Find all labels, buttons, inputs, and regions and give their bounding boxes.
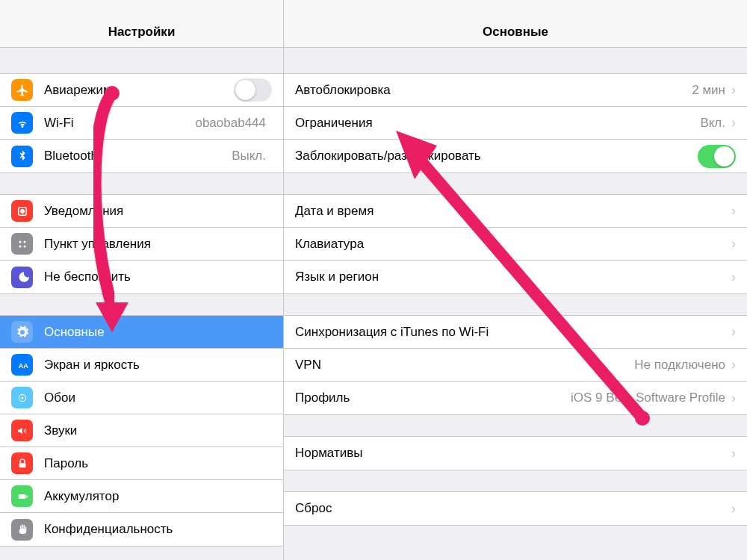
- row-itunes-sync[interactable]: Синхронизация с iTunes по Wi-Fi ›: [284, 316, 747, 349]
- sidebar-group: Уведомления Пункт управления Не беспокои…: [0, 194, 283, 294]
- sidebar-item-general[interactable]: Основные: [0, 316, 283, 349]
- sidebar-group: Основные AA Экран и яркость Обои Звуки П…: [0, 315, 283, 547]
- sidebar-item-control-center[interactable]: Пункт управления: [0, 228, 283, 261]
- row-label: Bluetooth: [44, 149, 232, 164]
- control-center-icon: [11, 233, 33, 255]
- sidebar-item-sounds[interactable]: Звуки: [0, 414, 283, 447]
- row-label: Основные: [44, 325, 272, 340]
- row-autolock[interactable]: Автоблокировка 2 мин ›: [284, 74, 747, 107]
- gear-icon: [11, 321, 33, 343]
- row-label: Не беспокоить: [44, 270, 272, 284]
- row-label: Звуки: [44, 423, 272, 438]
- row-label: Ограничения: [295, 116, 700, 131]
- sidebar-item-airplane[interactable]: Авиарежим: [0, 74, 283, 107]
- sidebar-item-display[interactable]: AA Экран и яркость: [0, 349, 283, 382]
- row-label: Язык и регион: [295, 270, 731, 284]
- detail-group: Автоблокировка 2 мин › Ограничения Вкл. …: [284, 73, 747, 173]
- svg-text:AA: AA: [18, 361, 28, 369]
- row-label: Нормативы: [295, 446, 731, 461]
- svg-point-2: [20, 209, 24, 213]
- sidebar: Настройки Авиарежим Wi-Fi obaobab444 Blu…: [0, 0, 284, 560]
- row-label: Профиль: [295, 391, 571, 405]
- svg-rect-10: [19, 463, 25, 467]
- row-label: Клавиатура: [295, 237, 731, 252]
- row-label: VPN: [295, 358, 634, 373]
- chevron-right-icon: ›: [731, 446, 736, 461]
- row-value: Вкл.: [700, 116, 725, 131]
- sidebar-title: Настройки: [108, 25, 176, 40]
- airplane-icon: [11, 79, 33, 101]
- detail-content[interactable]: Автоблокировка 2 мин › Ограничения Вкл. …: [284, 48, 747, 560]
- sidebar-item-battery[interactable]: Аккумулятор: [0, 480, 283, 513]
- sidebar-item-passcode[interactable]: Пароль: [0, 447, 283, 480]
- chevron-right-icon: ›: [731, 270, 736, 285]
- detail-navbar: Основные: [284, 0, 747, 48]
- dnd-icon: [11, 267, 33, 288]
- wifi-icon: [11, 112, 33, 134]
- row-label: Пароль: [44, 456, 272, 471]
- lock-icon: [11, 452, 33, 474]
- row-label: Wi-Fi: [44, 116, 195, 131]
- row-profile[interactable]: Профиль iOS 9 Beta Software Profile ›: [284, 382, 747, 414]
- wallpaper-icon: [11, 387, 33, 408]
- lockunlock-toggle[interactable]: [698, 145, 736, 168]
- row-label: Обои: [44, 391, 272, 405]
- sidebar-item-privacy[interactable]: Конфиденциальность: [0, 513, 283, 546]
- chevron-right-icon: ›: [731, 115, 736, 131]
- row-label: Конфиденциальность: [44, 522, 272, 537]
- sidebar-content[interactable]: Авиарежим Wi-Fi obaobab444 Bluetooth Вык…: [0, 48, 283, 560]
- svg-point-5: [19, 245, 21, 247]
- svg-rect-11: [18, 494, 25, 499]
- chevron-right-icon: ›: [731, 236, 736, 252]
- row-reset[interactable]: Сброс ›: [284, 492, 747, 525]
- row-language[interactable]: Язык и регион ›: [284, 261, 747, 293]
- row-label: Пункт управления: [44, 237, 272, 252]
- svg-point-6: [23, 245, 25, 247]
- sidebar-item-bluetooth[interactable]: Bluetooth Выкл.: [0, 140, 283, 172]
- row-label: Авиарежим: [44, 83, 234, 98]
- sidebar-group: Авиарежим Wi-Fi obaobab444 Bluetooth Вык…: [0, 73, 283, 173]
- svg-point-3: [19, 240, 21, 243]
- chevron-right-icon: ›: [731, 324, 736, 340]
- bluetooth-icon: [11, 146, 33, 167]
- detail-group: Дата и время › Клавиатура › Язык и регио…: [284, 194, 747, 294]
- row-label: Дата и время: [295, 204, 731, 219]
- row-label: Экран и яркость: [44, 358, 272, 373]
- sidebar-item-notifications[interactable]: Уведомления: [0, 195, 283, 228]
- row-value: iOS 9 Beta Software Profile: [571, 391, 725, 405]
- row-vpn[interactable]: VPN Не подключено ›: [284, 349, 747, 382]
- row-value: Выкл.: [232, 149, 266, 164]
- row-label: Синхронизация с iTunes по Wi-Fi: [295, 325, 731, 340]
- sidebar-item-dnd[interactable]: Не беспокоить: [0, 261, 283, 293]
- detail-group: Нормативы ›: [284, 436, 747, 470]
- row-value: obaobab444: [195, 116, 266, 131]
- row-datetime[interactable]: Дата и время ›: [284, 195, 747, 228]
- hand-icon: [11, 519, 33, 541]
- row-label: Заблокировать/разблокировать: [295, 149, 698, 164]
- row-label: Сброс: [295, 501, 731, 516]
- svg-point-4: [23, 240, 25, 243]
- chevron-right-icon: ›: [731, 357, 736, 373]
- sidebar-item-wifi[interactable]: Wi-Fi obaobab444: [0, 107, 283, 140]
- sidebar-item-wallpaper[interactable]: Обои: [0, 382, 283, 414]
- svg-rect-12: [26, 495, 28, 497]
- chevron-right-icon: ›: [731, 501, 736, 517]
- detail-pane: Основные Автоблокировка 2 мин › Ограниче…: [284, 0, 747, 560]
- row-regulatory[interactable]: Нормативы ›: [284, 437, 747, 470]
- row-restrictions[interactable]: Ограничения Вкл. ›: [284, 107, 747, 140]
- display-icon: AA: [11, 354, 33, 376]
- detail-title: Основные: [483, 25, 548, 40]
- sounds-icon: [11, 420, 33, 441]
- row-label: Уведомления: [44, 204, 272, 219]
- detail-group: Синхронизация с iTunes по Wi-Fi › VPN Не…: [284, 315, 747, 415]
- chevron-right-icon: ›: [731, 203, 736, 219]
- row-label: Аккумулятор: [44, 489, 272, 504]
- airplane-toggle[interactable]: [234, 78, 272, 102]
- svg-point-9: [21, 396, 23, 399]
- row-value: Не подключено: [634, 358, 725, 373]
- notifications-icon: [11, 200, 33, 222]
- detail-group: Сброс ›: [284, 491, 747, 526]
- row-keyboard[interactable]: Клавиатура ›: [284, 228, 747, 261]
- row-value: 2 мин: [692, 83, 725, 98]
- row-lockunlock[interactable]: Заблокировать/разблокировать: [284, 140, 747, 172]
